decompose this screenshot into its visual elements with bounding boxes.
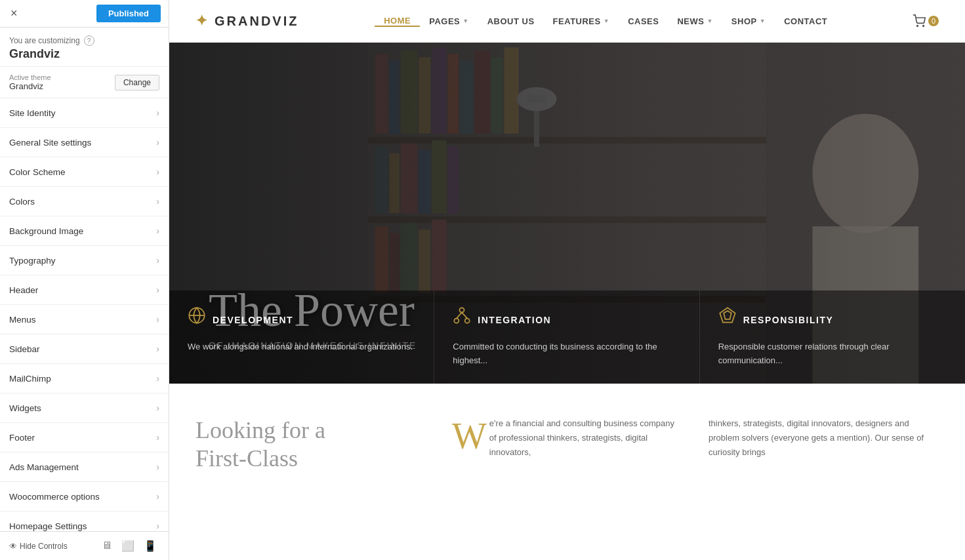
chevron-right-icon: ›	[156, 521, 159, 531]
hide-controls-button[interactable]: 👁 Hide Controls	[9, 542, 68, 551]
svg-marker-41	[720, 308, 735, 323]
nav-menu: HOME PAGES ▼ ABOUT US FEATURES ▼ CASES	[375, 16, 836, 27]
chevron-right-icon: ›	[156, 373, 159, 384]
sidebar-top-bar: × Published	[0, 0, 169, 28]
svg-point-1	[923, 26, 924, 27]
nav-link-home[interactable]: HOME	[375, 16, 420, 27]
tablet-icon[interactable]: ⬜	[119, 538, 137, 553]
nav-item-pages[interactable]: PAGES ▼	[420, 16, 478, 26]
svg-line-40	[462, 313, 467, 319]
about-body-text: W e're a financial and consulting busine…	[452, 416, 682, 460]
feature-responsibility: RESPONSIBILITY Responsible customer rela…	[700, 290, 965, 384]
about-right-col: thinkers, strategists, digital innovator…	[708, 416, 939, 473]
eye-icon: 👁	[9, 542, 17, 551]
chevron-right-icon: ›	[156, 255, 159, 266]
hero-section: The Power OF IMAGINATION MAKES US INFINI…	[169, 43, 965, 384]
feature-integration: INTEGRATION Committed to conducting its …	[434, 290, 699, 384]
chevron-right-icon: ›	[156, 491, 159, 502]
nav-link-pages[interactable]: PAGES ▼	[420, 16, 478, 26]
feature-header: DEVELOPMENT	[188, 306, 415, 334]
chevron-right-icon: ›	[156, 196, 159, 207]
published-button[interactable]: Published	[96, 5, 161, 22]
svg-point-37	[455, 319, 459, 323]
chevron-right-icon: ›	[156, 167, 159, 177]
sidebar-item-color-scheme[interactable]: Color Scheme ›	[0, 157, 169, 187]
nav-item-contact[interactable]: CONTACT	[775, 16, 836, 26]
dropdown-arrow-icon: ▼	[462, 18, 468, 24]
sidebar-item-header[interactable]: Header ›	[0, 275, 169, 305]
svg-marker-42	[724, 311, 731, 319]
nav-item-about-us[interactable]: ABOUT US	[478, 16, 544, 26]
chevron-right-icon: ›	[156, 462, 159, 472]
globe-icon	[188, 306, 206, 329]
sidebar-item-background-image[interactable]: Background Image ›	[0, 216, 169, 246]
customizer-sidebar: × Published You are customizing ? Grandv…	[0, 0, 169, 560]
dropdown-arrow-icon: ▼	[760, 18, 766, 24]
close-button[interactable]: ×	[8, 4, 20, 23]
nav-link-cases[interactable]: CASES	[619, 16, 668, 26]
chevron-right-icon: ›	[156, 285, 159, 295]
cart-icon[interactable]: 0	[913, 14, 939, 28]
mobile-icon[interactable]: 📱	[141, 538, 159, 553]
feature-integration-desc: Committed to conducting its business acc…	[453, 340, 680, 368]
dropdown-arrow-icon: ▼	[604, 18, 609, 24]
feature-responsibility-title: RESPONSIBILITY	[743, 315, 834, 325]
active-theme-label: Active theme	[9, 73, 51, 81]
sidebar-item-ads-management[interactable]: Ads Management ›	[0, 452, 169, 482]
svg-line-39	[457, 313, 462, 319]
about-body-col: W e're a financial and consulting busine…	[452, 416, 682, 473]
sidebar-item-woocommerce-options[interactable]: Woocommerce options ›	[0, 482, 169, 511]
sidebar-item-mailchimp[interactable]: MailChimp ›	[0, 364, 169, 393]
sidebar-item-homepage-settings[interactable]: Homepage Settings ›	[0, 511, 169, 531]
feature-header: RESPONSIBILITY	[718, 306, 947, 334]
chevron-right-icon: ›	[156, 344, 159, 354]
sidebar-item-colors[interactable]: Colors ›	[0, 187, 169, 216]
desktop-icon[interactable]: 🖥	[99, 538, 115, 553]
logo-text: GRANDVIZ	[215, 14, 298, 29]
logo-icon: ✦	[195, 12, 209, 30]
customizing-label: You are customizing	[9, 36, 80, 45]
svg-point-38	[465, 319, 470, 323]
about-heading-col: Looking for a First-Class	[195, 416, 426, 473]
nav-link-contact[interactable]: CONTACT	[775, 16, 836, 26]
sidebar-item-site-identity[interactable]: Site Identity ›	[0, 98, 169, 128]
feature-development-title: DEVELOPMENT	[213, 315, 293, 325]
nav-link-about-us[interactable]: ABOUT US	[478, 16, 544, 26]
site-logo: ✦ GRANDVIZ	[195, 12, 298, 30]
nav-item-news[interactable]: NEWS ▼	[668, 16, 722, 26]
change-theme-button[interactable]: Change	[115, 75, 159, 90]
sidebar-scroll: Site Identity › General Site settings › …	[0, 98, 169, 531]
feature-development-desc: We work alongside national and internati…	[188, 340, 415, 354]
sidebar-item-footer[interactable]: Footer ›	[0, 423, 169, 452]
help-icon[interactable]: ?	[84, 35, 94, 46]
sidebar-item-typography[interactable]: Typography ›	[0, 246, 169, 275]
about-section: Looking for a First-Class W e're a finan…	[169, 384, 965, 506]
active-theme-bar: Active theme Grandviz Change	[0, 67, 169, 98]
about-heading: Looking for a First-Class	[195, 416, 426, 473]
svg-point-36	[460, 308, 464, 313]
sidebar-item-general-site-settings[interactable]: General Site settings ›	[0, 128, 169, 157]
feature-integration-title: INTEGRATION	[478, 315, 551, 325]
device-icons: 🖥 ⬜ 📱	[99, 538, 159, 553]
sidebar-item-widgets[interactable]: Widgets ›	[0, 393, 169, 423]
preview-area: ✦ GRANDVIZ HOME PAGES ▼ ABOUT US FEATURE…	[169, 0, 965, 560]
svg-point-0	[917, 26, 918, 27]
chevron-right-icon: ›	[156, 403, 159, 413]
nav-link-news[interactable]: NEWS ▼	[668, 16, 722, 26]
nav-item-features[interactable]: FEATURES ▼	[544, 16, 619, 26]
dropdown-arrow-icon: ▼	[707, 18, 712, 24]
nav-link-shop[interactable]: SHOP ▼	[722, 16, 775, 26]
sidebar-item-menus[interactable]: Menus ›	[0, 305, 169, 334]
resize-handle[interactable]	[165, 0, 169, 560]
sidebar-item-sidebar[interactable]: Sidebar ›	[0, 334, 169, 364]
chevron-right-icon: ›	[156, 108, 159, 118]
chevron-right-icon: ›	[156, 432, 159, 443]
drop-cap: W	[452, 422, 487, 451]
customizing-info: You are customizing ? Grandviz	[0, 28, 169, 67]
nav-item-cases[interactable]: CASES	[619, 16, 668, 26]
integration-icon	[453, 306, 471, 329]
nav-link-features[interactable]: FEATURES ▼	[544, 16, 619, 26]
feature-development: DEVELOPMENT We work alongside national a…	[169, 290, 434, 384]
nav-item-home[interactable]: HOME	[375, 16, 420, 27]
nav-item-shop[interactable]: SHOP ▼	[722, 16, 775, 26]
